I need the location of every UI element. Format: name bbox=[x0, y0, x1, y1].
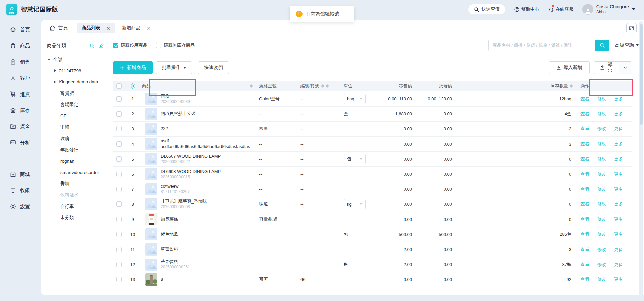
row-checkbox[interactable] bbox=[116, 201, 122, 207]
more-link[interactable]: 更多 bbox=[614, 171, 623, 177]
hide-no-stock-checkbox[interactable]: 隱藏無庫存商品 bbox=[156, 42, 195, 48]
edit-link[interactable]: 修改 bbox=[597, 216, 606, 222]
view-link[interactable]: 查看 bbox=[580, 111, 589, 117]
caret-right-icon[interactable] bbox=[54, 81, 56, 83]
edit-link[interactable]: 修改 bbox=[597, 141, 606, 147]
column-settings-gear-icon[interactable] bbox=[129, 83, 136, 89]
caret-down-icon[interactable] bbox=[48, 59, 50, 60]
view-link[interactable]: 查看 bbox=[580, 216, 589, 222]
view-link[interactable]: 查看 bbox=[580, 171, 589, 177]
category-item[interactable]: 未分類 bbox=[41, 212, 109, 223]
edit-link[interactable]: 修改 bbox=[597, 126, 606, 132]
view-link[interactable]: 查看 bbox=[580, 276, 589, 283]
category-search-icon[interactable] bbox=[89, 43, 95, 49]
more-link[interactable]: 更多 bbox=[614, 111, 623, 117]
row-checkbox[interactable] bbox=[116, 172, 122, 177]
category-item[interactable]: roghan bbox=[41, 155, 109, 167]
sidebar-item-gear[interactable]: 設置 bbox=[0, 198, 41, 215]
import-new-button[interactable]: 導入新增 bbox=[549, 61, 590, 74]
export-button[interactable]: 導出 bbox=[594, 61, 619, 74]
select-all-checkbox[interactable] bbox=[116, 83, 122, 89]
product-name[interactable]: 細長薯條 bbox=[161, 217, 178, 222]
category-item[interactable]: 玫瑰 bbox=[41, 133, 109, 144]
category-item[interactable]: 011247798 bbox=[41, 65, 109, 77]
sidebar-item-monitor-chart[interactable]: 分析 bbox=[0, 135, 41, 151]
more-link[interactable]: 更多 bbox=[614, 156, 623, 162]
batch-operations-button[interactable]: 批量操作 bbox=[156, 61, 192, 74]
unit-select[interactable]: kg bbox=[344, 199, 366, 209]
tab-商品列表[interactable]: 商品列表✕ bbox=[77, 23, 115, 33]
product-name[interactable]: 【卫龙】魔芋爽_香辣味 bbox=[161, 199, 207, 204]
edit-link[interactable]: 修改 bbox=[597, 247, 606, 253]
expand-button[interactable] bbox=[626, 23, 637, 33]
sidebar-item-warehouse[interactable]: 庫存 bbox=[0, 102, 41, 118]
quick-quote-button[interactable]: 快速查價 bbox=[468, 4, 505, 14]
category-item[interactable]: Kingdee demo data bbox=[41, 76, 109, 88]
view-link[interactable]: 查看 bbox=[580, 141, 589, 147]
view-link[interactable]: 查看 bbox=[580, 231, 589, 237]
view-link[interactable]: 查看 bbox=[580, 156, 589, 162]
more-link[interactable]: 更多 bbox=[614, 262, 623, 268]
row-checkbox[interactable] bbox=[116, 232, 122, 237]
edit-link[interactable]: 修改 bbox=[597, 96, 606, 102]
row-checkbox[interactable] bbox=[116, 187, 122, 192]
unit-select[interactable]: 包 bbox=[344, 154, 366, 164]
category-item[interactable]: 年度發行 bbox=[41, 144, 109, 156]
more-link[interactable]: 更多 bbox=[614, 96, 623, 102]
row-checkbox[interactable] bbox=[116, 247, 122, 252]
sidebar-item-cashier[interactable]: 收銀 bbox=[0, 182, 41, 198]
edit-link[interactable]: 修改 bbox=[597, 156, 606, 162]
more-link[interactable]: 更多 bbox=[614, 276, 623, 283]
sort-icon[interactable] bbox=[570, 84, 573, 88]
hide-disabled-checkbox[interactable]: 隱藏停用商品 bbox=[113, 42, 147, 48]
product-name[interactable]: DL6608 WOOD DINING LAMP bbox=[161, 169, 221, 175]
close-icon[interactable]: ✕ bbox=[106, 26, 111, 31]
view-link[interactable]: 查看 bbox=[580, 126, 589, 132]
product-name[interactable]: 阿塔貝雪茄十支裝 bbox=[161, 111, 196, 117]
view-link[interactable]: 查看 bbox=[580, 262, 589, 268]
row-checkbox[interactable] bbox=[116, 262, 122, 267]
more-link[interactable]: 更多 bbox=[614, 216, 623, 222]
tab-首頁[interactable]: 首頁 bbox=[49, 25, 68, 31]
close-icon[interactable]: ✕ bbox=[147, 26, 151, 31]
sidebar-item-clipboard[interactable]: 銷售 bbox=[0, 54, 41, 70]
sidebar-item-shop[interactable]: 商城 bbox=[0, 166, 41, 182]
row-checkbox[interactable] bbox=[116, 217, 122, 222]
sidebar-item-person[interactable]: 客戶 bbox=[0, 70, 41, 86]
category-item[interactable]: CE bbox=[41, 110, 109, 122]
edit-link[interactable]: 修改 bbox=[597, 262, 606, 268]
edit-link[interactable]: 修改 bbox=[597, 276, 606, 283]
category-item[interactable]: 香烟 bbox=[41, 178, 109, 190]
edit-link[interactable]: 修改 bbox=[597, 201, 606, 207]
row-checkbox[interactable] bbox=[116, 141, 122, 147]
category-item[interactable]: 自行車 bbox=[41, 201, 109, 212]
product-name[interactable]: asdf bbox=[161, 138, 250, 144]
row-checkbox[interactable] bbox=[116, 277, 122, 282]
category-item[interactable]: 全部 bbox=[41, 54, 109, 65]
caret-right-icon[interactable] bbox=[54, 69, 56, 72]
product-name[interactable]: 草莓饮料 bbox=[161, 247, 178, 252]
view-link[interactable]: 查看 bbox=[580, 186, 589, 192]
edit-link[interactable]: 修改 bbox=[597, 231, 606, 237]
edit-link[interactable]: 修改 bbox=[597, 186, 606, 192]
view-link[interactable]: 查看 bbox=[580, 96, 589, 102]
online-service-link[interactable]: 在線客服 bbox=[548, 6, 574, 12]
row-checkbox[interactable] bbox=[116, 156, 122, 162]
edit-link[interactable]: 修改 bbox=[597, 111, 606, 117]
category-add-icon[interactable] bbox=[98, 43, 104, 49]
help-center-link[interactable]: 幫助中心 bbox=[514, 6, 539, 12]
user-menu[interactable]: Costa Chingore Abho bbox=[582, 4, 635, 15]
sidebar-item-home[interactable]: 首頁 bbox=[0, 22, 41, 38]
row-checkbox[interactable] bbox=[116, 111, 122, 117]
unit-select[interactable]: bag bbox=[344, 94, 366, 104]
more-link[interactable]: 更多 bbox=[614, 186, 623, 192]
advanced-query-button[interactable]: 高級查詢 bbox=[615, 42, 639, 48]
sidebar-item-bag[interactable]: 商品 bbox=[0, 38, 41, 54]
sort-icon[interactable] bbox=[321, 84, 324, 88]
export-dropdown-button[interactable] bbox=[619, 61, 631, 74]
view-link[interactable]: 查看 bbox=[580, 201, 589, 207]
sort-icon[interactable] bbox=[250, 84, 253, 88]
scrollbar-thumb[interactable] bbox=[640, 24, 643, 125]
product-name[interactable]: DL6607 WOOD DINING LAMP bbox=[161, 154, 221, 159]
more-link[interactable]: 更多 bbox=[614, 126, 623, 132]
